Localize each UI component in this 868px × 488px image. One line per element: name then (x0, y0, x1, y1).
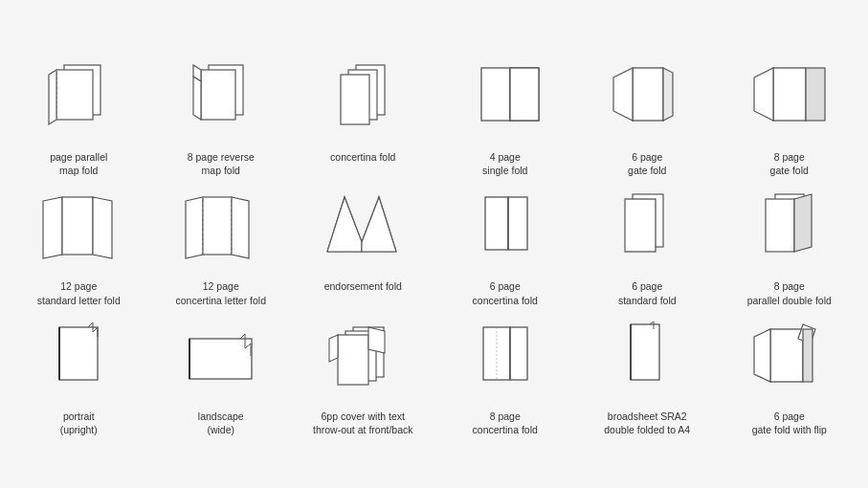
svg-rect-69 (803, 329, 812, 382)
icon-6page-gate-fold (590, 55, 704, 146)
icon-8page-concertina (448, 315, 563, 406)
svg-marker-21 (43, 197, 62, 258)
item-endorsement-fold: endorsement fold (294, 185, 433, 306)
icon-6page-gate-flip (732, 315, 847, 406)
item-6page-standard: 6 pagestandard fold (578, 185, 717, 306)
item-12page-concertina-letter: 12 pageconcertina letter fold (152, 185, 291, 306)
svg-rect-32 (485, 197, 508, 250)
item-reverse-map-fold: 8 page reversemap fold (152, 55, 291, 177)
fold-types-grid: page parallelmap fold 8 page reversemap … (10, 55, 858, 436)
icon-8page-parallel-double (732, 185, 847, 276)
item-parallel-map-fold: page parallelmap fold (10, 55, 148, 177)
item-8page-concertina: 8 pageconcertina fold (436, 315, 575, 436)
svg-rect-1 (56, 70, 93, 120)
label-12page-standard-letter: 12 pagestandard letter fold (37, 279, 121, 306)
label-6page-gate-flip: 6 pagegate fold with flip (752, 410, 827, 436)
item-8page-parallel-double: 8 pageparallel double fold (721, 185, 859, 306)
svg-marker-23 (93, 197, 112, 258)
svg-rect-15 (633, 68, 663, 121)
svg-marker-19 (754, 68, 773, 121)
svg-rect-66 (770, 329, 803, 382)
svg-marker-30 (327, 197, 362, 252)
item-landscape: landscape(wide) (152, 315, 291, 436)
svg-marker-7 (193, 77, 201, 120)
icon-broadsheet-sra2 (590, 315, 704, 406)
svg-rect-33 (508, 197, 527, 250)
item-portrait: portrait(upright) (10, 315, 148, 436)
svg-marker-24 (186, 197, 203, 258)
label-6page-standard: 6 pagestandard fold (618, 279, 677, 306)
icon-reverse-map-fold (164, 55, 278, 146)
svg-rect-5 (201, 70, 235, 120)
icon-endorsement-fold (305, 185, 420, 276)
svg-rect-14 (510, 68, 539, 121)
icon-portrait (21, 315, 136, 406)
label-reverse-map-fold: 8 page reversemap fold (188, 150, 255, 177)
svg-marker-26 (232, 197, 249, 258)
item-8page-gate-fold: 8 pagegate fold (721, 55, 859, 177)
svg-rect-10 (341, 75, 369, 124)
label-landscape: landscape(wide) (198, 410, 244, 436)
item-6page-concertina: 6 pageconcertina fold (436, 185, 575, 306)
svg-marker-40 (794, 194, 812, 252)
label-6page-concertina: 6 pageconcertina fold (473, 279, 538, 306)
main-page: page parallelmap fold 8 page reversemap … (0, 38, 868, 450)
icon-12page-concertina-letter (164, 185, 278, 276)
label-single-fold: 4 pagesingle fold (482, 150, 527, 177)
icon-6pp-cover-throwout (305, 315, 420, 406)
svg-rect-39 (766, 199, 794, 252)
label-6page-gate-fold: 6 pagegate fold (628, 150, 666, 177)
svg-marker-2 (49, 70, 56, 124)
svg-marker-57 (368, 327, 385, 353)
label-parallel-map-fold: page parallelmap fold (50, 150, 107, 177)
icon-6page-concertina (448, 185, 563, 276)
label-8page-concertina: 8 pageconcertina fold (473, 410, 538, 436)
item-concertina-fold: concertina fold (294, 55, 433, 177)
svg-rect-62 (631, 324, 659, 380)
svg-rect-41 (59, 327, 98, 380)
label-portrait: portrait(upright) (60, 410, 98, 436)
icon-8page-gate-fold (732, 55, 847, 146)
svg-rect-55 (338, 335, 368, 385)
icon-12page-standard-letter (21, 185, 136, 276)
svg-marker-16 (613, 68, 633, 121)
label-concertina-fold: concertina fold (330, 150, 395, 164)
svg-rect-47 (189, 339, 252, 379)
label-broadsheet-sra2: broadsheet SRA2double folded to A4 (604, 410, 690, 436)
svg-rect-25 (203, 197, 232, 255)
item-single-fold: 4 pagesingle fold (436, 55, 575, 177)
svg-rect-20 (806, 68, 825, 121)
svg-marker-56 (329, 335, 338, 362)
svg-marker-67 (754, 329, 770, 382)
item-broadsheet-sra2: broadsheet SRA2double folded to A4 (578, 315, 717, 436)
item-6page-gate-flip: 6 pagegate fold with flip (721, 315, 859, 436)
icon-landscape (164, 315, 278, 406)
svg-rect-59 (510, 327, 527, 380)
svg-rect-11 (481, 68, 510, 121)
svg-line-42 (88, 322, 93, 327)
label-8page-gate-fold: 8 pagegate fold (770, 150, 809, 177)
svg-rect-22 (62, 197, 93, 255)
label-6pp-cover-throwout: 6pp cover with textthrow-out at front/ba… (313, 410, 412, 436)
svg-rect-18 (773, 68, 806, 121)
label-endorsement-fold: endorsement fold (324, 279, 402, 293)
icon-6page-standard (590, 185, 704, 276)
item-12page-standard-letter: 12 pagestandard letter fold (10, 185, 148, 306)
item-6page-gate-fold: 6 pagegate fold (578, 55, 717, 177)
svg-marker-17 (663, 68, 673, 121)
item-6pp-cover-throwout: 6pp cover with textthrow-out at front/ba… (294, 315, 433, 436)
svg-rect-36 (625, 199, 656, 252)
label-8page-parallel-double: 8 pageparallel double fold (747, 279, 832, 306)
icon-single-fold (448, 55, 563, 146)
icon-concertina-fold (305, 55, 420, 146)
icon-parallel-map-fold (21, 55, 136, 146)
svg-line-48 (240, 334, 245, 339)
svg-marker-31 (362, 197, 396, 252)
label-12page-concertina-letter: 12 pageconcertina letter fold (175, 279, 266, 306)
